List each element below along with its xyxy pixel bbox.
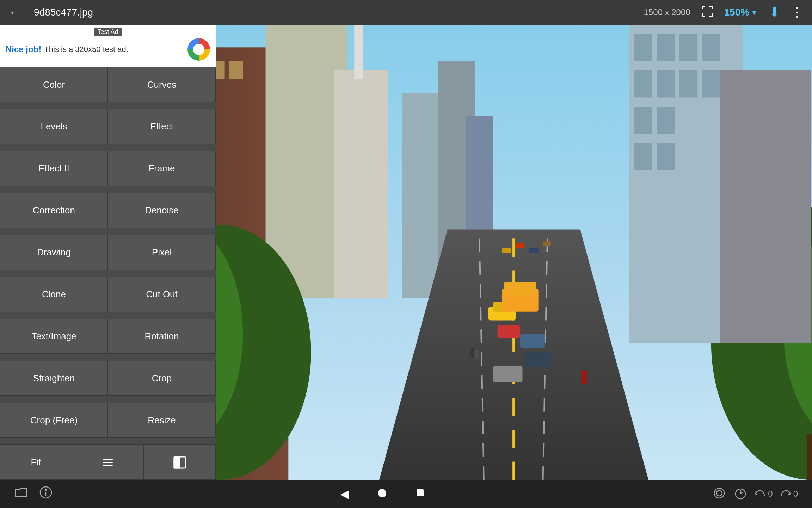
svg-rect-30 (334, 70, 388, 298)
image-area (216, 25, 812, 480)
tool-curves[interactable]: Curves (108, 67, 216, 102)
zoom-control[interactable]: 150% ▼ (724, 7, 758, 18)
info-button[interactable] (39, 485, 53, 503)
ad-banner: Test Ad Nice job! This is a 320x50 test … (0, 25, 216, 67)
redo-button[interactable]: 0 (780, 488, 798, 500)
tool-resize[interactable]: Resize (108, 403, 216, 438)
svg-point-82 (378, 489, 386, 497)
system-nav-buttons: ◀ (340, 487, 425, 501)
svg-rect-3 (103, 462, 113, 463)
svg-rect-70 (525, 352, 552, 367)
ad-label: Test Ad (94, 28, 122, 36)
svg-rect-4 (103, 465, 113, 466)
back-nav-button[interactable]: ◀ (340, 487, 349, 501)
tool-levels[interactable]: Levels (0, 109, 108, 144)
svg-rect-58 (702, 70, 720, 97)
svg-rect-59 (634, 107, 652, 134)
svg-rect-52 (657, 34, 675, 61)
svg-point-84 (714, 488, 724, 498)
tool-effect[interactable]: Effect (108, 109, 216, 144)
svg-rect-63 (720, 70, 811, 343)
top-bar: ← 9d85c477.jpg 1500 x 2000 150% ▼ ⬇ ⋮ (0, 0, 812, 25)
svg-rect-74 (529, 248, 539, 253)
svg-rect-2 (103, 459, 113, 460)
recents-nav-button[interactable] (415, 488, 425, 500)
tool-drawing[interactable]: Drawing (0, 235, 108, 270)
bottom-bar: ◀ (0, 480, 812, 508)
svg-rect-47 (807, 434, 812, 480)
undo-count: 0 (768, 489, 773, 499)
tool-effect2[interactable]: Effect II (0, 151, 108, 186)
tool-color[interactable]: Color (0, 67, 108, 102)
svg-rect-68 (498, 325, 521, 338)
zoom-label: 150% (724, 7, 750, 18)
svg-rect-75 (543, 241, 551, 246)
tool-clone[interactable]: Clone (0, 277, 108, 312)
image-dimensions: 1500 x 2000 (644, 7, 690, 17)
bottom-right-icons: 0 0 (712, 486, 798, 502)
home-nav-button[interactable] (377, 488, 387, 500)
svg-rect-54 (702, 34, 720, 61)
undo-button[interactable]: 0 (755, 488, 773, 500)
more-options-button[interactable]: ⋮ (791, 5, 804, 20)
svg-rect-77 (475, 350, 478, 358)
svg-rect-60 (657, 107, 675, 134)
ad-logo (187, 38, 210, 61)
tool-frame[interactable]: Frame (108, 151, 216, 186)
svg-rect-57 (679, 70, 698, 97)
sort-button[interactable] (72, 445, 144, 480)
svg-rect-62 (657, 143, 675, 170)
folder-button[interactable] (14, 485, 28, 503)
svg-rect-15 (229, 61, 243, 79)
tool-straighten[interactable]: Straighten (0, 361, 108, 396)
tool-cropfree[interactable]: Crop (Free) (0, 403, 108, 438)
timer-button[interactable] (733, 486, 748, 502)
topbar-right-controls: 1500 x 2000 150% ▼ ⬇ ⋮ (644, 5, 804, 20)
back-button[interactable]: ← (8, 5, 21, 20)
tool-correction[interactable]: Correction (0, 193, 108, 228)
svg-rect-76 (470, 348, 474, 357)
svg-rect-53 (679, 34, 698, 61)
bottom-left-icons (14, 485, 53, 503)
svg-rect-78 (582, 370, 587, 384)
tool-textimage[interactable]: Text/Image (0, 319, 108, 354)
tool-crop[interactable]: Crop (108, 361, 216, 396)
svg-rect-71 (493, 366, 523, 382)
svg-rect-14 (216, 61, 225, 79)
split-button[interactable] (144, 445, 216, 480)
main-content: Test Ad Nice job! This is a 320x50 test … (0, 25, 812, 480)
left-bottom-toolbar: Fit (0, 445, 216, 480)
svg-rect-55 (634, 70, 652, 97)
ad-nice-text: Nice job! (6, 44, 41, 54)
file-title: 9d85c477.jpg (28, 7, 636, 18)
svg-rect-83 (417, 489, 424, 496)
svg-point-85 (716, 490, 722, 496)
svg-rect-61 (634, 143, 652, 170)
svg-point-81 (45, 489, 47, 490)
svg-rect-72 (502, 248, 511, 253)
svg-point-1 (193, 44, 204, 55)
left-panel: Test Ad Nice job! This is a 320x50 test … (0, 25, 216, 480)
svg-rect-31 (354, 25, 363, 79)
download-button[interactable]: ⬇ (769, 5, 780, 20)
svg-rect-73 (516, 243, 524, 248)
svg-rect-51 (634, 34, 652, 61)
city-image (216, 25, 812, 480)
tool-cutout[interactable]: Cut Out (108, 277, 216, 312)
ad-description: This is a 320x50 test ad. (44, 45, 128, 54)
svg-rect-69 (520, 334, 545, 348)
zoom-dropdown-arrow: ▼ (751, 8, 758, 17)
tool-pixel[interactable]: Pixel (108, 235, 216, 270)
fullscreen-button[interactable] (702, 6, 713, 19)
tool-rotation[interactable]: Rotation (108, 319, 216, 354)
fit-button[interactable]: Fit (0, 445, 72, 480)
svg-rect-56 (657, 70, 675, 97)
redo-count: 0 (793, 489, 798, 499)
tool-denoise[interactable]: Denoise (108, 193, 216, 228)
svg-rect-67 (504, 282, 536, 296)
tool-grid: Color Curves Levels Effect Effect II Fra… (0, 67, 216, 445)
camera-button[interactable] (712, 486, 726, 502)
svg-rect-6 (174, 457, 180, 468)
